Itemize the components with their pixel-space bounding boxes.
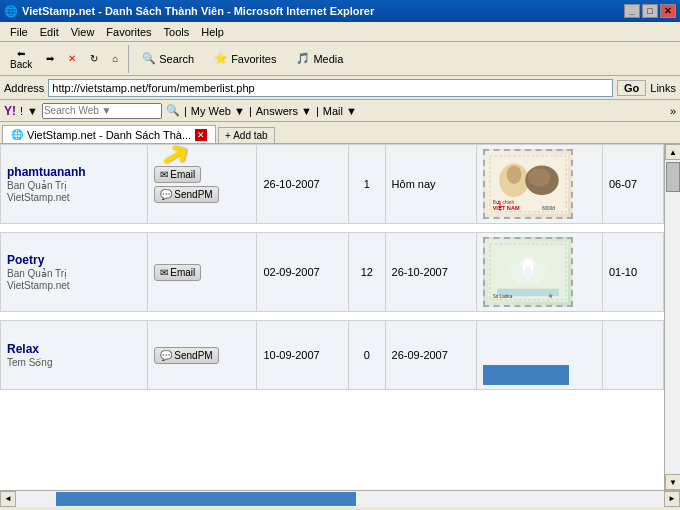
yahoo-search-input[interactable] (42, 103, 162, 119)
myweb-sep: | (249, 105, 252, 117)
menu-bar: File Edit View Favorites Tools Help (0, 22, 680, 42)
tab-close-button[interactable]: ✕ (195, 129, 207, 141)
member-table: phamtuananh Ban Quản Trị VietStamp.net ✉… (0, 144, 664, 390)
user-site: VietStamp.net (7, 280, 70, 291)
media-button[interactable]: 🎵 Media (287, 49, 352, 68)
scroll-right-arrow[interactable]: ► (664, 491, 680, 507)
last-visit-cell: 26-10-2007 (385, 233, 477, 312)
back-button[interactable]: ⬅ Back (4, 45, 38, 73)
svg-point-15 (524, 266, 531, 277)
search-button[interactable]: 🔍 Search (133, 49, 203, 68)
yahoo-logo: Y! (4, 104, 16, 118)
pm-button[interactable]: 💬 SendPM (154, 186, 219, 203)
posts-cell: 1 (348, 145, 385, 224)
svg-text:VIỆT NAM: VIỆT NAM (493, 203, 520, 212)
yahoo-separator: ! (20, 105, 23, 117)
stamp-image-srilanka: Sri Lanka 4r (483, 237, 573, 307)
h-scroll-track[interactable] (16, 491, 664, 507)
browser-icon: 🌐 (4, 5, 18, 18)
last-active-cell: 06-07 (602, 145, 663, 224)
menu-edit[interactable]: Edit (34, 24, 65, 40)
vertical-scrollbar[interactable]: ▲ ▼ (664, 144, 680, 490)
go-button[interactable]: Go (617, 80, 646, 96)
menu-tools[interactable]: Tools (158, 24, 196, 40)
window-title: VietStamp.net - Danh Sách Thành Viên - M… (22, 5, 374, 17)
last-active-cell: 01-10 (602, 233, 663, 312)
horizontal-scrollbar[interactable]: ◄ ► (0, 490, 680, 506)
menu-favorites[interactable]: Favorites (100, 24, 157, 40)
spacer-row (1, 312, 664, 321)
scroll-track[interactable] (665, 160, 680, 474)
svg-point-3 (507, 165, 522, 184)
posts-cell: 12 (348, 233, 385, 312)
tab-page-icon: 🌐 (11, 129, 23, 140)
stop-icon: ✕ (68, 53, 76, 64)
favorites-icon: ⭐ (214, 52, 228, 65)
menu-view[interactable]: View (65, 24, 101, 40)
scroll-down-arrow[interactable]: ▼ (665, 474, 680, 490)
home-button[interactable]: ⌂ (106, 50, 124, 67)
myweb-button[interactable]: My Web ▼ (191, 105, 245, 117)
email-button[interactable]: ✉ Email (154, 264, 202, 281)
last-active-cell (602, 321, 663, 390)
minimize-button[interactable]: _ (624, 4, 640, 18)
posts-cell: 0 (348, 321, 385, 390)
active-tab[interactable]: 🌐 VietStamp.net - Danh Sách Thà... ✕ (2, 125, 216, 143)
main-toolbar: ⬅ Back ➡ ✕ ↻ ⌂ 🔍 Search ⭐ Favorites 🎵 Me… (0, 42, 680, 76)
user-role: Ban Quản Trị (7, 180, 67, 191)
stop-button[interactable]: ✕ (62, 50, 82, 67)
action-buttons: 💬 SendPM (154, 347, 251, 364)
media-icon: 🎵 (296, 52, 310, 65)
home-icon: ⌂ (112, 53, 118, 64)
back-icon: ⬅ (17, 48, 25, 59)
title-bar: 🌐 VietStamp.net - Danh Sách Thành Viên -… (0, 0, 680, 22)
address-input[interactable] (48, 79, 613, 97)
forward-button[interactable]: ➡ (40, 50, 60, 67)
h-scroll-thumb[interactable] (56, 492, 356, 506)
user-role: Ban Quản Trị (7, 268, 67, 279)
blue-bar (483, 365, 569, 385)
search-icon: 🔍 (142, 52, 156, 65)
menu-file[interactable]: File (4, 24, 34, 40)
pm-button[interactable]: 💬 SendPM (154, 347, 219, 364)
action-buttons-cell: ✉ Email 💬 SendPM (147, 145, 257, 224)
stamp-cell: Sri Lanka 4r (477, 233, 603, 312)
email-button[interactable]: ✉ Email (154, 166, 202, 183)
main-content: ➜ phamtuananh Ban Quản Trị VietStamp.net… (0, 144, 680, 490)
status-bar: Mode: VNI [F9] | Spelling: ON [F8] | On/… (0, 506, 680, 510)
joined-cell: 26-10-2007 (257, 145, 349, 224)
last-visit-cell: 26-09-2007 (385, 321, 477, 390)
answers-sep: | (316, 105, 319, 117)
yahoo-chevron[interactable]: » (670, 105, 676, 117)
joined-cell: 02-09-2007 (257, 233, 349, 312)
toolbar-separator-1 (128, 45, 129, 73)
refresh-button[interactable]: ↻ (84, 50, 104, 67)
table-row: Poetry Ban Quản Trị VietStamp.net ✉ Emai… (1, 233, 664, 312)
search-web-go: 🔍 (166, 104, 180, 117)
mail-button[interactable]: Mail ▼ (323, 105, 357, 117)
close-button[interactable]: ✕ (660, 4, 676, 18)
action-buttons-cell: ✉ Email (147, 233, 257, 312)
username-link[interactable]: Poetry (7, 253, 44, 267)
favorites-button[interactable]: ⭐ Favorites (205, 49, 285, 68)
last-visit-cell: Hôm nay (385, 145, 477, 224)
svg-text:Sri Lanka: Sri Lanka (493, 294, 513, 299)
add-tab-button[interactable]: + Add tab (218, 127, 275, 143)
address-label: Address (4, 82, 44, 94)
scroll-thumb[interactable] (666, 162, 680, 192)
scroll-left-arrow[interactable]: ◄ (0, 491, 16, 507)
action-buttons-cell: 💬 SendPM (147, 321, 257, 390)
username-link[interactable]: phamtuananh (7, 165, 86, 179)
username-cell: phamtuananh Ban Quản Trị VietStamp.net (1, 145, 148, 224)
menu-help[interactable]: Help (195, 24, 230, 40)
svg-point-5 (528, 168, 550, 187)
svg-text:4r: 4r (549, 294, 554, 299)
maximize-button[interactable]: □ (642, 4, 658, 18)
svg-text:6000đ: 6000đ (542, 206, 555, 211)
refresh-icon: ↻ (90, 53, 98, 64)
answers-button[interactable]: Answers ▼ (256, 105, 312, 117)
joined-cell: 10-09-2007 (257, 321, 349, 390)
action-buttons: ✉ Email 💬 SendPM (154, 166, 251, 203)
username-link[interactable]: Relax (7, 342, 39, 356)
scroll-up-arrow[interactable]: ▲ (665, 144, 680, 160)
